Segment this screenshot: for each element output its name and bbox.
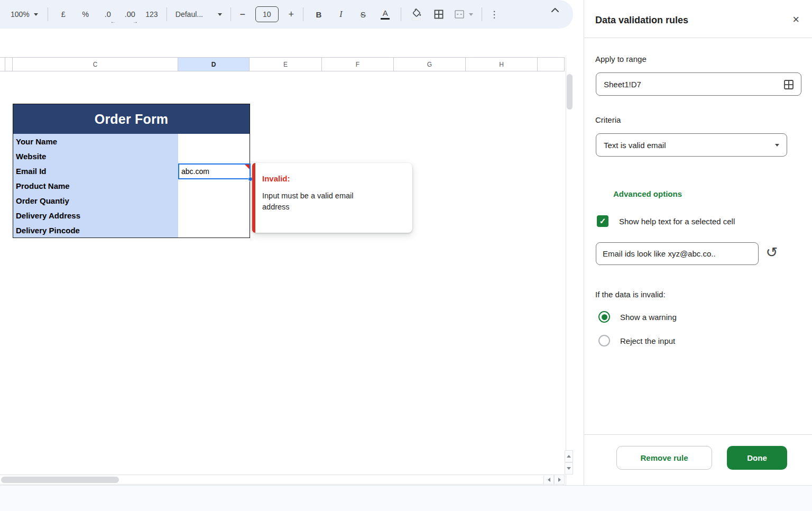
chevron-down-icon bbox=[218, 13, 222, 16]
reset-icon: ↺ bbox=[765, 244, 778, 260]
show-warning-radio[interactable] bbox=[598, 311, 610, 323]
font-selector[interactable]: Defaul... bbox=[171, 5, 226, 23]
form-label-cell[interactable]: Your Name bbox=[13, 134, 178, 149]
percent-format-button[interactable]: % bbox=[75, 5, 97, 23]
close-button[interactable]: × bbox=[792, 14, 799, 25]
form-label-cell[interactable]: Email Id bbox=[13, 163, 178, 178]
scroll-up-button[interactable] bbox=[565, 450, 573, 462]
form-value-cell[interactable] bbox=[178, 134, 250, 149]
merge-cells-icon bbox=[454, 10, 465, 19]
form-label-text: Order Quantiy bbox=[16, 196, 69, 205]
text-color-button[interactable]: A bbox=[374, 5, 396, 23]
scroll-left-button[interactable] bbox=[543, 474, 554, 485]
bold-icon: B bbox=[316, 10, 321, 19]
sheet-bottom-strip bbox=[0, 485, 812, 511]
scroll-right-button[interactable] bbox=[554, 474, 565, 485]
chevron-up-icon bbox=[551, 7, 559, 13]
horizontal-scrollbar-track[interactable] bbox=[0, 474, 543, 485]
reject-input-radio[interactable] bbox=[598, 335, 610, 346]
data-validation-panel: Data validation rules × Apply to range S… bbox=[584, 0, 812, 485]
more-formats-button[interactable]: 123 bbox=[141, 5, 162, 23]
range-input[interactable]: Sheet1!D7 bbox=[596, 72, 801, 96]
order-form-title: Order Form bbox=[95, 112, 169, 127]
text-color-icon: A bbox=[381, 9, 390, 20]
form-label-cell[interactable]: Delivery Pincode bbox=[13, 223, 178, 238]
order-form-title-cell[interactable]: Order Form bbox=[13, 104, 250, 134]
column-header-g[interactable]: G bbox=[394, 58, 466, 71]
chevron-down-icon bbox=[34, 13, 38, 16]
toolbar-divider bbox=[401, 7, 401, 21]
zoom-control[interactable]: 100% bbox=[5, 5, 43, 23]
select-data-range-button[interactable] bbox=[783, 79, 795, 90]
horizontal-scrollbar-thumb[interactable] bbox=[1, 477, 119, 483]
form-value-cell[interactable] bbox=[178, 193, 250, 208]
show-help-text-checkbox[interactable]: ✓ bbox=[597, 215, 608, 227]
scroll-down-button[interactable] bbox=[565, 462, 573, 474]
selected-cell-d7[interactable]: abc.com bbox=[178, 163, 251, 179]
decrease-decimal-button[interactable]: .0 ← bbox=[97, 5, 119, 23]
currency-icon: £ bbox=[61, 10, 66, 19]
column-header-e[interactable]: E bbox=[250, 58, 322, 71]
fill-color-button[interactable] bbox=[405, 5, 428, 23]
column-letter: E bbox=[283, 61, 288, 68]
column-header-partial[interactable] bbox=[0, 58, 5, 71]
column-header-partial[interactable] bbox=[538, 58, 565, 71]
italic-button[interactable]: I bbox=[330, 5, 352, 23]
arrow-right-icon: → bbox=[133, 19, 138, 24]
toolbar-divider bbox=[230, 7, 231, 21]
criteria-select[interactable]: Text is valid email bbox=[596, 133, 787, 157]
invalid-marker-icon bbox=[245, 165, 250, 169]
done-button[interactable]: Done bbox=[727, 446, 787, 470]
more-toolbar-options-button[interactable]: ⋮ bbox=[486, 5, 502, 23]
form-value-cell[interactable] bbox=[178, 223, 250, 238]
advanced-options-link[interactable]: Advanced options bbox=[613, 189, 682, 198]
form-label-cell[interactable]: Website bbox=[13, 149, 178, 163]
check-icon: ✓ bbox=[599, 216, 606, 226]
form-label-text: Website bbox=[16, 152, 46, 161]
form-label-cell[interactable]: Delivery Address bbox=[13, 208, 178, 223]
sheet-grid[interactable]: CDEFGH Order Form Your NameWebsiteEmail … bbox=[0, 29, 573, 485]
paint-bucket-icon bbox=[412, 8, 421, 20]
decrease-font-size-button[interactable]: − bbox=[235, 5, 250, 23]
table-row: Delivery Pincode bbox=[13, 223, 250, 238]
currency-format-button[interactable]: £ bbox=[52, 5, 75, 23]
column-header-partial[interactable] bbox=[5, 58, 13, 71]
font-size-input[interactable]: 10 bbox=[255, 6, 279, 22]
radio-dot bbox=[602, 314, 607, 320]
form-value-cell[interactable] bbox=[178, 178, 250, 193]
spreadsheet-app: 100% £ % .0 ← .00 → 123 Defaul... − 10 +… bbox=[0, 0, 812, 511]
vertical-scrollbar-track bbox=[566, 57, 566, 503]
form-value-cell[interactable] bbox=[178, 208, 250, 223]
form-value-cell[interactable] bbox=[178, 149, 250, 163]
column-header-row: CDEFGH bbox=[0, 57, 565, 71]
column-letter: G bbox=[427, 61, 432, 68]
form-label-text: Product Name bbox=[16, 181, 70, 190]
strikethrough-button[interactable]: S bbox=[352, 5, 374, 23]
borders-icon bbox=[434, 10, 444, 19]
plus-icon: + bbox=[289, 9, 294, 20]
help-text-input[interactable]: Email ids look like xyz@abc.co.. bbox=[596, 242, 759, 265]
column-header-f[interactable]: F bbox=[322, 58, 394, 71]
validation-tooltip: Invalid: Input must be a valid email add… bbox=[252, 163, 412, 233]
column-header-h[interactable]: H bbox=[466, 58, 538, 71]
arrow-left-icon: ← bbox=[110, 19, 116, 24]
merge-cells-button[interactable] bbox=[450, 5, 477, 23]
column-header-d[interactable]: D bbox=[178, 58, 250, 71]
toolbar-divider bbox=[48, 7, 48, 21]
increase-decimal-button[interactable]: .00 → bbox=[119, 5, 141, 23]
show-warning-label: Show a warning bbox=[620, 313, 677, 322]
column-header-c[interactable]: C bbox=[13, 58, 178, 71]
form-label-cell[interactable]: Order Quantiy bbox=[13, 193, 178, 208]
panel-divider bbox=[584, 38, 812, 38]
borders-button[interactable] bbox=[428, 5, 450, 23]
remove-rule-label: Remove rule bbox=[640, 453, 688, 462]
vertical-scrollbar-thumb[interactable] bbox=[567, 74, 573, 110]
form-label-cell[interactable]: Product Name bbox=[13, 178, 178, 193]
remove-rule-button[interactable]: Remove rule bbox=[616, 446, 712, 470]
reset-help-text-button[interactable]: ↺ bbox=[765, 245, 778, 259]
bold-button[interactable]: B bbox=[308, 5, 330, 23]
collapse-toolbar-button[interactable] bbox=[551, 7, 559, 13]
increase-font-size-button[interactable]: + bbox=[284, 5, 299, 23]
panel-divider bbox=[584, 434, 812, 435]
criteria-label: Criteria bbox=[595, 115, 621, 124]
